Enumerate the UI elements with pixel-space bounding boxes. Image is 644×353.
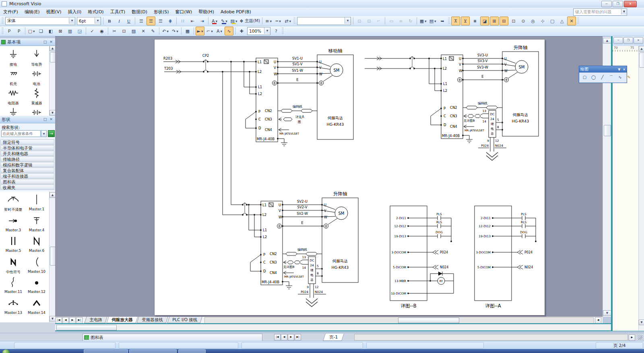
help-search-input[interactable]: 键入需要帮助的问题 ▼ <box>573 8 627 16</box>
toolbar-grip[interactable] <box>2 27 4 35</box>
close-button[interactable]: ✕ <box>634 37 643 44</box>
stencil-item-partial[interactable] <box>2 106 25 116</box>
scroll-thumb[interactable] <box>56 325 117 330</box>
menu-编辑(E)[interactable]: 编辑(E) <box>21 8 43 15</box>
spelling-button[interactable]: ✓ <box>88 27 97 35</box>
arc-tool[interactable]: ⌒ <box>607 73 615 81</box>
strip-nav-◀[interactable]: ◀ <box>281 334 287 341</box>
page-tab-伺服放大器[interactable]: 伺服放大器 <box>106 317 138 323</box>
zoom-tool-button[interactable]: ◎ <box>528 17 537 25</box>
line-color-button[interactable]: ✎▼ <box>220 17 229 25</box>
pdf-convert-button[interactable]: P <box>5 27 14 35</box>
stencil-item-dblbar[interactable]: Master.5 <box>2 235 25 253</box>
stencil-item-nbold[interactable]: 中性符号 <box>2 256 25 275</box>
pointer-tool-button[interactable]: ►▼ <box>196 27 204 35</box>
chevron-down-icon[interactable]: ▼ <box>235 20 237 23</box>
dynamic-grid-button[interactable]: ◪ <box>480 17 489 25</box>
pencil-tool[interactable]: ✎ <box>625 73 633 81</box>
chevron-down-icon[interactable]: ▼ <box>345 17 351 24</box>
scroll-thumb[interactable] <box>50 247 56 266</box>
category-半导体和电子管[interactable]: 半导体和电子管 <box>0 145 54 150</box>
menu-Adobe PDF(B)[interactable]: Adobe PDF(B) <box>217 8 254 15</box>
scroll-down-icon[interactable]: ▼ <box>603 310 611 316</box>
stencil-item-chevron[interactable]: Master.14 <box>25 297 48 315</box>
snap-off-button[interactable]: ⋇ <box>471 17 479 25</box>
drawing-aids-button[interactable]: ⊙ <box>519 17 528 25</box>
chevron-down-icon[interactable]: ▼ <box>33 30 35 33</box>
fill-color-button[interactable]: ▨▼ <box>229 17 238 25</box>
stencil-item-attenuator[interactable]: 衰减器 <box>25 87 48 106</box>
scroll-right-icon[interactable]: ▶ <box>629 334 635 341</box>
chevron-down-icon[interactable]: ▼ <box>167 30 169 33</box>
scroll-thumb[interactable] <box>50 52 56 62</box>
stencil-item-battery[interactable]: 电池 <box>25 68 48 87</box>
stencil-item-partial[interactable] <box>2 318 25 322</box>
insert-picture-button[interactable]: ▦▼ <box>419 17 427 25</box>
panel-float-button[interactable]: □ <box>43 117 47 121</box>
underline-button[interactable]: U <box>124 17 133 25</box>
text-tool-button[interactable]: A▼ <box>215 27 224 35</box>
insert-table-button[interactable]: ▤▼ <box>428 17 437 25</box>
menu-形状(S)[interactable]: 形状(S) <box>151 8 172 15</box>
stencil-item-brace[interactable]: Master.11 <box>2 276 25 294</box>
line-ends-button[interactable]: ⇄▼ <box>283 17 292 25</box>
toolbar-grip[interactable] <box>2 17 4 25</box>
stencil-item-arc[interactable]: Master.10 <box>25 256 48 274</box>
font-color-button[interactable]: A▼ <box>210 17 219 25</box>
bullets-button[interactable]: ∷ <box>178 17 187 25</box>
find-button[interactable]: ◉ <box>97 27 106 35</box>
open-button[interactable]: ❏ <box>37 27 45 35</box>
stencil-item-weird[interactable]: 暂时不清楚 <box>2 193 25 212</box>
cut-button[interactable]: ✂ <box>110 27 119 35</box>
save-button[interactable]: ◧ <box>46 27 55 35</box>
maximize-button[interactable]: ❐ <box>613 1 623 7</box>
taskbar-button[interactable] <box>129 349 177 353</box>
chevron-down-icon[interactable]: ▼ <box>225 20 227 23</box>
search-dropdown-icon[interactable]: ▼ <box>41 130 47 137</box>
menu-格式(O)[interactable]: 格式(O) <box>85 8 107 15</box>
line-weight-button[interactable]: ≡▼ <box>264 17 273 25</box>
scroll-up-icon[interactable]: ▲ <box>50 46 56 51</box>
undo-button[interactable]: ↶▼ <box>161 27 170 35</box>
category-复合装配体[interactable]: 复合装配体 <box>0 168 54 173</box>
stencil-item-equipotential[interactable]: 等电势 <box>25 48 48 67</box>
bold-button[interactable]: B <box>105 17 114 25</box>
stencil-item-chassis[interactable]: 机壳 <box>2 68 25 87</box>
paste-button[interactable]: ▨ <box>129 27 138 35</box>
chevron-down-icon[interactable]: ▼ <box>69 17 75 24</box>
glue-toggle-button[interactable]: ⊻ <box>461 17 470 25</box>
basic-scrollbar[interactable]: ▲ ▼ <box>49 46 56 116</box>
pdf-email-button[interactable]: P <box>14 27 23 35</box>
scroll-left-icon[interactable]: ◀ <box>595 317 601 324</box>
category-模拟和数字逻辑[interactable]: 模拟和数字逻辑 <box>0 162 54 167</box>
decrease-indent-button[interactable]: ⇤ <box>188 17 197 25</box>
toolbar-grip[interactable] <box>448 17 450 25</box>
stencil-item-vline[interactable]: Master.1 <box>25 193 48 211</box>
font-name-combo[interactable]: 宋体▼ <box>5 17 75 25</box>
increase-indent-button[interactable]: ⇥ <box>198 17 206 25</box>
category-端子和连接器[interactable]: 端子和连接器 <box>0 173 54 179</box>
menu-窗口(W)[interactable]: 窗口(W) <box>172 8 195 15</box>
copy-button[interactable]: ⊡ <box>120 27 128 35</box>
category-传输路径[interactable]: 传输路径 <box>0 156 54 162</box>
menu-工具(T)[interactable]: 工具(T) <box>107 8 128 15</box>
chevron-down-icon[interactable]: ▼ <box>434 20 436 23</box>
page-nav-▶[interactable]: ▶ <box>69 317 76 324</box>
connector-style-button[interactable]: ⌐ <box>374 17 383 25</box>
ellipse-tool[interactable]: ◯ <box>590 73 597 81</box>
strip-nav-▶[interactable]: ▶ <box>288 334 294 341</box>
vertical-text-button[interactable]: ⋕ <box>166 17 175 25</box>
chevron-down-icon[interactable]: ▼ <box>264 27 270 34</box>
chevron-down-icon[interactable]: ▼ <box>618 68 620 71</box>
scroll-down-icon[interactable]: ▼ <box>639 320 644 325</box>
toolbar-grip[interactable] <box>282 27 284 35</box>
menu-文件(F)[interactable]: 文件(F) <box>0 8 21 15</box>
connect-shapes-alt-button[interactable]: ⊡ <box>365 17 374 25</box>
chevron-down-icon[interactable]: ▼ <box>289 20 291 23</box>
freeform-tool-button[interactable]: ∿ <box>225 27 233 35</box>
insert-chart-button[interactable]: ▦ <box>183 27 192 35</box>
scroll-up-icon[interactable]: ▲ <box>50 192 56 198</box>
scroll-thumb[interactable] <box>398 318 459 323</box>
line-pattern-button[interactable]: ╍▼ <box>274 17 283 25</box>
triangle-tool-button[interactable]: △ <box>557 17 566 25</box>
